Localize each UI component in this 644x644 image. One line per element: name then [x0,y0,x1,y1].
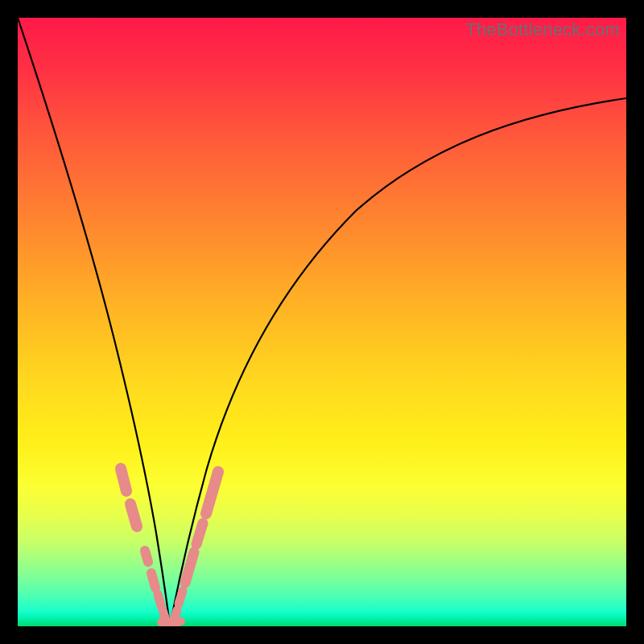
bead-left-2 [130,504,137,526]
bead-left-6 [163,610,166,620]
bead-right-4 [196,523,203,544]
bead-right-3 [185,552,194,583]
bead-left-1 [121,469,126,491]
beads-left-group [121,469,166,620]
bead-left-3 [145,551,148,562]
bead-bottom-6 [177,617,185,625]
curve-left [18,18,170,626]
curve-right [170,98,626,626]
bead-right-5 [206,472,218,514]
chart-svg [18,18,626,626]
chart-frame: TheBottleneck.com [0,0,644,644]
bead-left-4 [151,573,155,588]
bead-right-1 [174,610,177,620]
bead-right-2 [179,591,183,604]
bead-left-5 [158,594,161,605]
beads-right-group [174,472,218,620]
plot-area: TheBottleneck.com [18,18,626,626]
